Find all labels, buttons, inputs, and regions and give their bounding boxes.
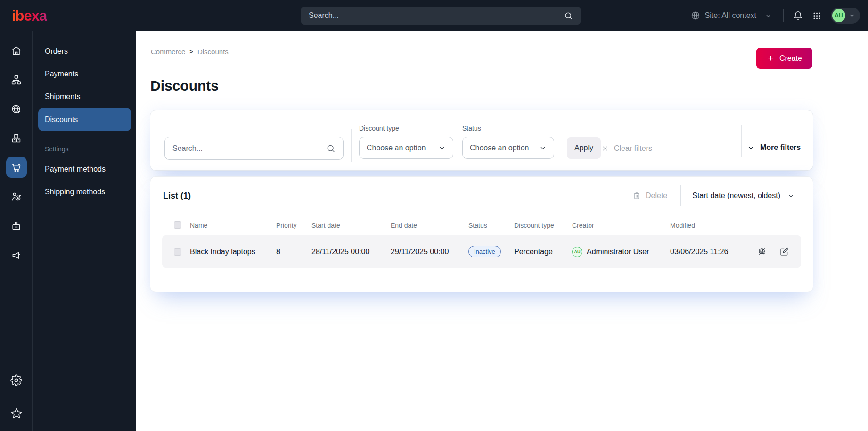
products-boxes-icon — [10, 133, 22, 144]
discount-list-card: List (1) Delete Start date (newest, olde… — [150, 176, 813, 292]
personalization-target-icon — [10, 191, 22, 203]
commerce-cart-icon — [10, 162, 22, 174]
sidebar-item-commerce[interactable] — [6, 157, 27, 178]
select-all-checkbox[interactable] — [174, 221, 181, 229]
filter-divider — [741, 125, 742, 157]
discount-type-label: Discount type — [359, 124, 399, 132]
main-content: Commerce > Discounts Create Discounts Di… — [136, 31, 868, 431]
breadcrumb-separator: > — [189, 48, 193, 55]
content-tree-icon — [10, 74, 22, 86]
clear-filters-label: Clear filters — [614, 144, 652, 153]
status-select[interactable]: Choose an option — [462, 137, 554, 159]
chevron-down-icon — [438, 144, 446, 152]
row-end-date: 29/11/2025 00:00 — [391, 248, 468, 256]
filter-search-input[interactable] — [172, 144, 326, 153]
col-end-date: End date — [391, 222, 468, 229]
col-name: Name — [190, 222, 276, 229]
breadcrumb-discounts[interactable]: Discounts — [197, 48, 229, 56]
chevron-down-icon — [849, 12, 855, 19]
menu-item-discounts[interactable]: Discounts — [38, 108, 131, 131]
list-title: List (1) — [163, 191, 191, 201]
close-icon — [601, 145, 609, 152]
commerce-submenu: Orders Payments Shipments Discounts Sett… — [33, 31, 136, 431]
sort-select-value: Start date (newest, oldest) — [692, 191, 780, 200]
row-modified: 03/06/2025 11:26 — [670, 248, 745, 256]
col-creator: Creator — [572, 222, 670, 229]
search-icon — [326, 144, 336, 153]
sidebar-item-content[interactable] — [6, 69, 27, 90]
sidebar-item-admin[interactable] — [6, 370, 27, 390]
notifications-bell-icon[interactable] — [793, 11, 803, 21]
menu-item-payments[interactable]: Payments — [33, 63, 136, 85]
row-checkbox[interactable] — [174, 248, 181, 256]
sidebar-item-customers[interactable] — [6, 216, 27, 236]
chevron-down-icon — [747, 144, 755, 152]
status-badge: Inactive — [468, 246, 501, 257]
menu-item-payment-methods[interactable]: Payment methods — [33, 158, 136, 181]
col-priority: Priority — [276, 222, 311, 229]
menu-item-orders[interactable]: Orders — [33, 40, 136, 63]
sidebar-item-personalization[interactable] — [6, 186, 27, 207]
row-priority: 8 — [276, 248, 311, 256]
clear-filters-button[interactable]: Clear filters — [601, 141, 652, 156]
filter-search[interactable] — [164, 137, 344, 160]
global-search-input[interactable] — [309, 11, 564, 20]
app-grid-icon[interactable] — [812, 11, 821, 20]
home-icon — [10, 45, 22, 57]
row-start-date: 28/11/2025 00:00 — [311, 248, 391, 256]
plus-icon — [767, 54, 775, 62]
discount-type-value: Choose an option — [367, 144, 426, 152]
menu-section-settings: Settings — [33, 140, 136, 158]
sort-select[interactable]: Start date (newest, oldest) — [692, 191, 795, 200]
page-title: Discounts — [150, 78, 219, 94]
sidebar-item-dashboard[interactable] — [6, 40, 27, 61]
breadcrumb: Commerce > Discounts — [151, 48, 229, 56]
avatar: AU — [832, 9, 845, 22]
creator-cell: AU Administrator User — [572, 247, 670, 257]
filters-card: Discount type Choose an option Status Ch… — [150, 110, 813, 171]
gear-icon — [10, 374, 22, 386]
user-menu[interactable]: AU — [831, 8, 860, 24]
creator-name: Administrator User — [587, 248, 649, 256]
preview-disabled-icon[interactable] — [757, 247, 767, 257]
apply-button[interactable]: Apply — [567, 137, 601, 159]
edit-icon[interactable] — [779, 247, 789, 257]
col-discount-type: Discount type — [514, 222, 572, 229]
sidebar-item-products[interactable] — [6, 128, 27, 149]
row-actions — [745, 247, 789, 257]
site-globe-icon — [691, 11, 700, 20]
table-header: Name Priority Start date End date Status… — [162, 215, 801, 235]
chevron-down-icon — [765, 12, 772, 19]
menu-item-shipping-methods[interactable]: Shipping methods — [33, 181, 136, 203]
star-icon — [10, 407, 23, 420]
breadcrumb-commerce[interactable]: Commerce — [151, 48, 185, 56]
delete-button[interactable]: Delete — [632, 191, 667, 200]
menu-item-shipments[interactable]: Shipments — [33, 85, 136, 108]
main-nav-rail — [0, 31, 33, 431]
chevron-down-icon — [539, 144, 547, 152]
customers-badge-icon — [10, 220, 22, 232]
search-icon — [564, 11, 573, 20]
chevron-down-icon — [787, 192, 795, 200]
status-value: Choose an option — [470, 144, 529, 152]
filter-divider — [351, 129, 352, 162]
sidebar-item-marketing[interactable] — [6, 245, 27, 265]
sidebar-item-favorites[interactable] — [6, 403, 27, 424]
marketing-megaphone-icon — [10, 249, 22, 261]
site-context-switcher[interactable]: Site: All context — [691, 11, 772, 20]
topbar: ibexa Site: All context AU — [0, 0, 868, 31]
sidebar-item-site[interactable] — [6, 99, 27, 119]
discount-type-select[interactable]: Choose an option — [359, 137, 453, 159]
table-row: Black friday laptops 8 28/11/2025 00:00 … — [162, 235, 801, 268]
rail-divider — [8, 365, 25, 365]
more-filters-label: More filters — [760, 143, 801, 152]
topbar-divider — [783, 9, 784, 22]
ibexa-logo: ibexa — [12, 8, 47, 23]
rail-divider — [8, 398, 25, 398]
list-header-divider — [680, 185, 681, 206]
create-button[interactable]: Create — [756, 48, 812, 69]
more-filters-button[interactable]: More filters — [747, 141, 801, 155]
global-search[interactable] — [301, 7, 581, 25]
discount-name-link[interactable]: Black friday laptops — [190, 248, 276, 256]
creator-avatar: AU — [572, 247, 582, 257]
